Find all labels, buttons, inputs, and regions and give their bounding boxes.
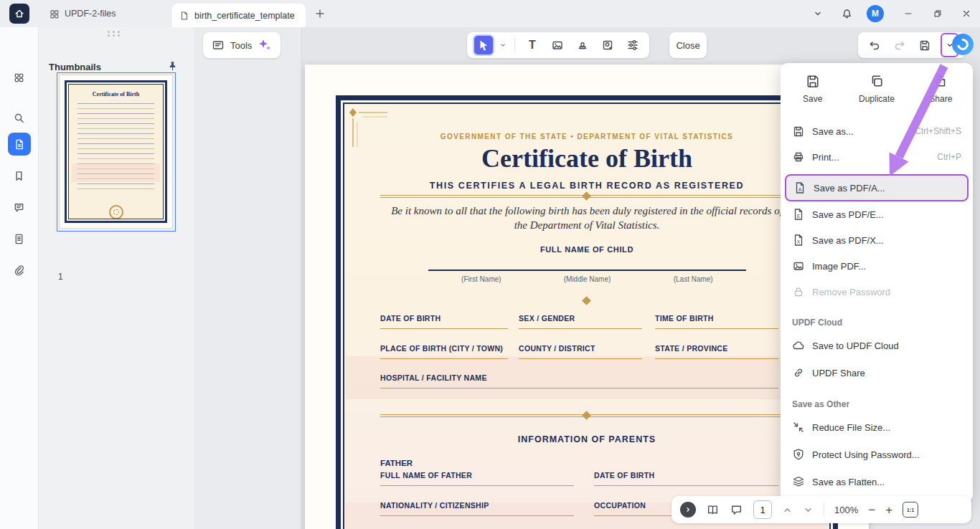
status-bar: 1 100% − + 1:1 [672, 496, 971, 523]
edit-toolbar: T [467, 32, 649, 58]
shortcut-print: Ctrl+P [937, 152, 961, 162]
redo-button[interactable] [890, 34, 909, 56]
quick-action-duplicate[interactable]: Duplicate [844, 72, 908, 104]
section-header-updf-cloud: UPDF Cloud [785, 310, 969, 332]
svg-text:E: E [797, 214, 801, 219]
minimize-button[interactable] [897, 2, 920, 25]
menu-item-save-to-updf-cloud[interactable]: Save to UPDF Cloud [785, 332, 969, 359]
tab-list-chevron[interactable] [806, 2, 829, 25]
document-tab-icon [179, 11, 189, 21]
close-editor-button[interactable]: Close [669, 32, 707, 58]
child-name-parts: (First Name) (Middle Name) (Last Name) [428, 275, 746, 283]
avatar-letter: M [872, 9, 879, 19]
tools-label: Tools [230, 40, 252, 51]
tools-icon [212, 39, 225, 52]
page-down-button[interactable] [803, 505, 814, 515]
pin-panel-icon[interactable] [166, 60, 179, 72]
flatten-layers-icon [792, 475, 805, 488]
tab-document-label: birth_certificate_template [194, 11, 295, 21]
link-icon [792, 366, 805, 379]
quick-action-share[interactable]: Share [909, 72, 973, 104]
canvas-gutter [194, 27, 302, 529]
comments-panel-icon[interactable] [8, 196, 31, 219]
page-number-input[interactable]: 1 [753, 500, 772, 519]
undo-button[interactable] [865, 34, 884, 56]
actual-size-button[interactable]: 1:1 [903, 502, 918, 518]
zoom-in-button[interactable]: + [885, 504, 892, 516]
menu-item-save-as-pdfa[interactable]: A Save as PDF/A... [785, 174, 969, 201]
thumbnails-panel-icon[interactable] [8, 133, 31, 156]
menu-item-updf-share[interactable]: UPDF Share [785, 359, 969, 386]
menu-item-save-as-pdfx[interactable]: X Save as PDF/X... [785, 227, 969, 253]
zoom-out-button[interactable]: − [868, 504, 875, 516]
notes-panel-icon[interactable] [8, 227, 31, 250]
thumbnail-page-number: 1 [58, 272, 63, 282]
cert-father-label: FATHER [380, 459, 413, 467]
files-tab-icon [49, 9, 60, 19]
image-tool[interactable] [547, 34, 568, 56]
cloud-icon [792, 339, 805, 352]
panel-drag-handle[interactable] [108, 31, 121, 37]
updf-ai-logo[interactable] [952, 34, 974, 55]
select-tool[interactable] [473, 34, 494, 56]
apps-grid-icon[interactable] [8, 66, 31, 89]
menu-item-remove-password: Remove Password [785, 279, 969, 305]
field-state-province: STATE / PROVINCE [655, 344, 778, 359]
field-father-nationality: NATIONALITY / CITIZENSHIP [380, 501, 574, 516]
stamp-tool[interactable] [572, 34, 593, 56]
bookmarks-icon[interactable] [8, 164, 31, 187]
menu-item-save-as-pdfe[interactable]: E Save as PDF/E... [785, 201, 969, 227]
page-thumbnail[interactable]: Certificate of Birth [57, 72, 176, 232]
menu-item-print[interactable]: Print... Ctrl+P [785, 144, 969, 170]
field-hospital: HOSPITAL / FACILITY NAME [380, 373, 778, 389]
field-time-of-birth: TIME OF BIRTH [655, 314, 778, 329]
save-dropdown-menu: Save Duplicate Share Save as... Ctrl+Shi… [781, 63, 973, 502]
user-avatar[interactable]: M [867, 5, 884, 22]
menu-item-save-as[interactable]: Save as... Ctrl+Shift+S [785, 118, 969, 144]
field-father-name: FULL NAME OF FATHER [380, 471, 574, 486]
pdfe-icon: E [792, 208, 805, 221]
save-button[interactable] [915, 34, 934, 56]
thumbnail-cert-frame: Certificate of Birth [65, 80, 167, 223]
collapse-statusbar-button[interactable] [680, 502, 696, 518]
pdfa-icon: A [793, 181, 806, 194]
reader-view-icon[interactable] [706, 503, 720, 517]
tools-button[interactable]: Tools [203, 32, 281, 58]
duplicate-icon [869, 73, 885, 89]
shortcut-save-as: Ctrl+Shift+S [915, 126, 961, 136]
new-tab-button[interactable] [308, 2, 331, 25]
field-sex-gender: SEX / GENDER [519, 314, 642, 329]
thumbnail-cert-title: Certificate of Birth [69, 91, 163, 97]
restore-button[interactable] [926, 2, 949, 25]
field-county-district: COUNTY / DISTRICT [519, 344, 642, 359]
comments-view-icon[interactable] [730, 503, 743, 517]
menu-item-protect-password[interactable]: Protect Using Password... [785, 441, 969, 468]
page-up-button[interactable] [782, 505, 793, 515]
menu-item-image-pdf[interactable]: Image PDF... [785, 253, 969, 279]
titlebar: UPDF-2-files birth_certificate_template … [0, 0, 980, 27]
field-father-dob: DATE OF BIRTH [594, 471, 778, 486]
zoom-level: 100% [834, 505, 858, 515]
field-place-of-birth: PLACE OF BIRTH (CITY / TOWN) [380, 344, 508, 359]
image-pdf-icon [792, 259, 805, 272]
thumbnail-band [72, 163, 160, 182]
svg-text:X: X [797, 239, 801, 244]
tab-document[interactable]: birth_certificate_template [172, 4, 306, 27]
adjust-tool[interactable] [622, 34, 644, 56]
text-tool[interactable]: T [522, 34, 543, 56]
compress-icon [792, 421, 805, 434]
tab-home[interactable]: UPDF-2-files [42, 0, 123, 27]
attachments-paperclip-icon[interactable] [8, 259, 31, 282]
quick-action-save[interactable]: Save [781, 72, 844, 104]
signature-tool[interactable] [597, 34, 618, 56]
thumbnails-panel-title: Thumbnails [49, 62, 101, 72]
notifications-bell-icon[interactable] [835, 2, 858, 25]
svg-text:A: A [798, 187, 802, 192]
menu-item-save-as-flatten[interactable]: Save as Flatten... [785, 468, 969, 495]
menu-item-reduce-file-size[interactable]: Reduce File Size... [785, 414, 969, 441]
search-icon[interactable] [8, 106, 31, 129]
close-window-button[interactable] [955, 2, 978, 25]
home-button[interactable] [9, 4, 29, 24]
select-tool-chevron[interactable] [498, 42, 508, 49]
signature-pen-icon[interactable] [8, 525, 31, 529]
